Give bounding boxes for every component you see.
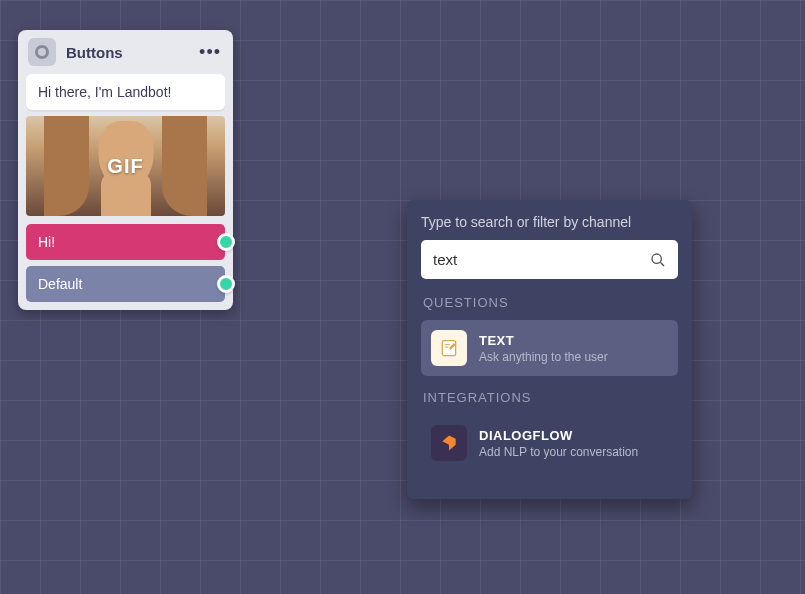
result-text-wrap: TEXT Ask anything to the user [479,333,608,364]
search-wrapper [421,240,678,279]
gif-attachment[interactable]: GIF [26,116,225,216]
card-header: Buttons ••• [26,38,225,74]
dialogflow-icon [439,433,459,453]
result-dialogflow-block[interactable]: DIALOGFLOW Add NLP to your conversation [421,415,678,471]
note-icon [439,338,459,358]
result-desc: Ask anything to the user [479,350,608,364]
search-icon [650,252,666,268]
card-header-left: Buttons [28,38,123,66]
option-hi-button[interactable]: Hi! [26,224,225,260]
text-block-icon [431,330,467,366]
result-text-block[interactable]: TEXT Ask anything to the user [421,320,678,376]
result-text-wrap: DIALOGFLOW Add NLP to your conversation [479,428,638,459]
option-label: Hi! [38,234,55,250]
svg-line-1 [660,262,664,266]
gif-label: GIF [107,155,143,178]
card-title: Buttons [66,44,123,61]
search-input[interactable] [421,240,678,279]
bot-message[interactable]: Hi there, I'm Landbot! [26,74,225,110]
option-label: Default [38,276,82,292]
result-desc: Add NLP to your conversation [479,445,638,459]
more-icon[interactable]: ••• [199,42,223,63]
panel-hint: Type to search or filter by channel [421,214,678,230]
node-buttons-card[interactable]: Buttons ••• Hi there, I'm Landbot! GIF H… [18,30,233,310]
output-port[interactable] [217,233,235,251]
node-type-icon [28,38,56,66]
output-port[interactable] [217,275,235,293]
result-title: DIALOGFLOW [479,428,638,443]
svg-point-0 [652,254,661,263]
dialogflow-block-icon [431,425,467,461]
result-title: TEXT [479,333,608,348]
section-title-integrations: INTEGRATIONS [421,390,678,405]
block-picker-panel: Type to search or filter by channel QUES… [407,200,692,499]
option-default-button[interactable]: Default [26,266,225,302]
section-title-questions: QUESTIONS [421,295,678,310]
